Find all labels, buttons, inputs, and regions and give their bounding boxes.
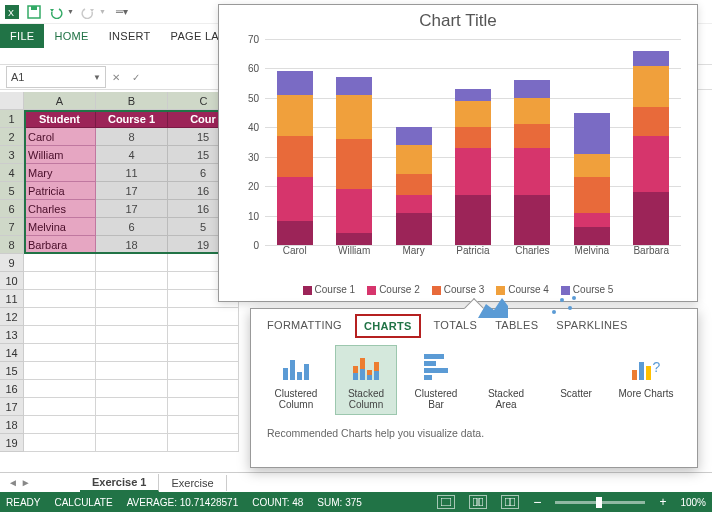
confirm-formula-icon[interactable]: ✓ — [126, 72, 146, 83]
cell-empty[interactable] — [24, 416, 96, 434]
cell-empty[interactable] — [24, 290, 96, 308]
row-header[interactable]: 3 — [0, 146, 24, 164]
cell-empty[interactable] — [96, 344, 168, 362]
view-pagebreak-icon[interactable] — [501, 495, 519, 509]
row-header[interactable]: 17 — [0, 398, 24, 416]
qa-item-scatter[interactable]: Scatter — [545, 345, 607, 415]
column-header[interactable]: B — [96, 92, 168, 110]
cell-empty[interactable] — [24, 254, 96, 272]
cell-student[interactable]: Mary — [24, 164, 96, 182]
cell-empty[interactable] — [24, 380, 96, 398]
cell-empty[interactable] — [24, 326, 96, 344]
row-header[interactable]: 6 — [0, 200, 24, 218]
cell-student[interactable]: Patricia — [24, 182, 96, 200]
undo-icon[interactable] — [48, 4, 64, 20]
cell-student[interactable]: William — [24, 146, 96, 164]
cell-empty[interactable] — [24, 308, 96, 326]
cell-empty[interactable] — [96, 380, 168, 398]
cell-empty[interactable] — [168, 434, 239, 452]
cell-student[interactable]: Charles — [24, 200, 96, 218]
sheet-tab[interactable]: Exercise 1 — [80, 474, 159, 492]
cell-student[interactable]: Barbara — [24, 236, 96, 254]
qa-item-stacked-area[interactable]: Stacked Area — [475, 345, 537, 415]
cell-value[interactable]: 6 — [96, 218, 168, 236]
cell-value[interactable]: 17 — [96, 200, 168, 218]
row-header[interactable]: 4 — [0, 164, 24, 182]
row-header[interactable]: 2 — [0, 128, 24, 146]
row-header[interactable]: 9 — [0, 254, 24, 272]
name-box[interactable]: A1 ▼ — [6, 66, 106, 88]
row-header[interactable]: 14 — [0, 344, 24, 362]
view-pagelayout-icon[interactable] — [469, 495, 487, 509]
cell-empty[interactable] — [24, 344, 96, 362]
cell-empty[interactable] — [168, 362, 239, 380]
cell-value[interactable]: 4 — [96, 146, 168, 164]
qa-item-clustered-column[interactable]: Clustered Column — [265, 345, 327, 415]
table-header[interactable]: Course 1 — [96, 110, 168, 128]
tab-home[interactable]: HOME — [44, 24, 98, 48]
cell-empty[interactable] — [168, 380, 239, 398]
row-header[interactable]: 5 — [0, 182, 24, 200]
qa-item-more-charts[interactable]: ? More Charts — [615, 345, 677, 415]
cell-empty[interactable] — [168, 398, 239, 416]
row-header[interactable]: 1 — [0, 110, 24, 128]
cancel-formula-icon[interactable]: ✕ — [106, 72, 126, 83]
cell-empty[interactable] — [96, 290, 168, 308]
row-header[interactable]: 10 — [0, 272, 24, 290]
cell-empty[interactable] — [96, 308, 168, 326]
cell-value[interactable]: 11 — [96, 164, 168, 182]
cell-empty[interactable] — [168, 326, 239, 344]
cell-value[interactable]: 8 — [96, 128, 168, 146]
cell-empty[interactable] — [96, 326, 168, 344]
cell-value[interactable]: 17 — [96, 182, 168, 200]
undo-dropdown-icon[interactable]: ▼ — [67, 8, 74, 15]
tab-insert[interactable]: INSERT — [99, 24, 161, 48]
cell-empty[interactable] — [96, 272, 168, 290]
save-icon[interactable] — [26, 4, 42, 20]
qa-tab-formatting[interactable]: FORMATTING — [267, 319, 342, 333]
cell-empty[interactable] — [96, 434, 168, 452]
select-all-corner[interactable] — [0, 92, 24, 110]
redo-icon[interactable] — [80, 4, 96, 20]
cell-empty[interactable] — [168, 308, 239, 326]
status-calculate[interactable]: CALCULATE — [54, 497, 112, 508]
column-header[interactable]: A — [24, 92, 96, 110]
cell-empty[interactable] — [24, 362, 96, 380]
row-header[interactable]: 7 — [0, 218, 24, 236]
cell-empty[interactable] — [96, 398, 168, 416]
cell-value[interactable]: 18 — [96, 236, 168, 254]
cell-empty[interactable] — [24, 398, 96, 416]
row-header[interactable]: 13 — [0, 326, 24, 344]
cell-student[interactable]: Carol — [24, 128, 96, 146]
cell-empty[interactable] — [96, 362, 168, 380]
chevron-down-icon[interactable]: ▼ — [93, 73, 101, 82]
row-header[interactable]: 8 — [0, 236, 24, 254]
qa-tab-charts[interactable]: CHARTS — [360, 319, 416, 333]
qat-customize-icon[interactable]: ═▾ — [116, 6, 128, 17]
cell-empty[interactable] — [24, 272, 96, 290]
zoom-out-icon[interactable]: − — [533, 494, 541, 510]
row-header[interactable]: 19 — [0, 434, 24, 452]
row-header[interactable]: 16 — [0, 380, 24, 398]
row-header[interactable]: 15 — [0, 362, 24, 380]
zoom-slider[interactable] — [555, 501, 645, 504]
cell-empty[interactable] — [168, 416, 239, 434]
qa-tab-totals[interactable]: TOTALS — [434, 319, 478, 333]
zoom-level[interactable]: 100% — [680, 497, 706, 508]
cell-student[interactable]: Melvina — [24, 218, 96, 236]
sheet-tab[interactable]: Exercise — [159, 475, 226, 491]
zoom-in-icon[interactable]: + — [659, 495, 666, 509]
qa-item-clustered-bar[interactable]: Clustered Bar — [405, 345, 467, 415]
cell-empty[interactable] — [96, 416, 168, 434]
table-header[interactable]: Student — [24, 110, 96, 128]
qa-item-stacked-column[interactable]: Stacked Column — [335, 345, 397, 415]
view-normal-icon[interactable] — [437, 495, 455, 509]
sheet-nav[interactable]: ◄ ► — [8, 477, 31, 488]
tab-file[interactable]: FILE — [0, 24, 44, 48]
row-header[interactable]: 12 — [0, 308, 24, 326]
row-header[interactable]: 18 — [0, 416, 24, 434]
cell-empty[interactable] — [24, 434, 96, 452]
cell-empty[interactable] — [96, 254, 168, 272]
redo-dropdown-icon[interactable]: ▼ — [99, 8, 106, 15]
cell-empty[interactable] — [168, 344, 239, 362]
